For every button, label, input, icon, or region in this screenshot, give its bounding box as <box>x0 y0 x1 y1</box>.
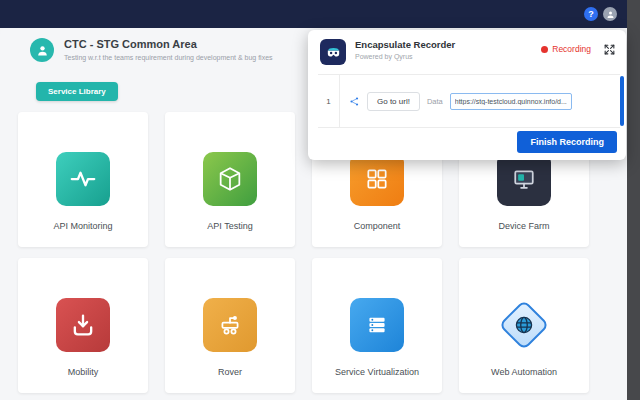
recorder-header: Encapsulate Recorder Powered by Qyrus Re… <box>308 30 626 65</box>
window-edge-strip <box>627 0 640 400</box>
server-icon <box>350 298 404 352</box>
page-subtitle: Testing w.r.t the teams requirement duri… <box>64 54 273 61</box>
service-library-button[interactable]: Service Library <box>36 82 118 101</box>
rover-icon <box>203 298 257 352</box>
card-label: API Monitoring <box>53 221 112 231</box>
recorder-titles: Encapsulate Recorder Powered by Qyrus <box>355 39 541 60</box>
help-icon[interactable]: ? <box>584 7 598 21</box>
monitor-icon <box>497 152 551 206</box>
globe-diamond-icon <box>497 298 551 352</box>
card-rover[interactable]: Rover <box>165 258 295 393</box>
card-label: Device Farm <box>498 221 549 231</box>
step-number: 1 <box>318 75 340 127</box>
recording-status-badge: Recording <box>541 44 591 54</box>
recording-status-label: Recording <box>552 44 591 54</box>
url-input[interactable] <box>450 93 572 110</box>
step-content: Go to url! Data <box>340 75 572 127</box>
pulse-icon <box>56 152 110 206</box>
workspace-avatar-icon <box>30 38 54 62</box>
recording-dot-icon <box>541 46 548 53</box>
download-icon <box>56 298 110 352</box>
card-label: Mobility <box>68 367 99 377</box>
card-api-monitoring[interactable]: API Monitoring <box>18 112 148 247</box>
card-label: Web Automation <box>491 367 557 377</box>
qyrus-logo-icon <box>320 39 346 65</box>
finish-recording-button[interactable]: Finish Recording <box>517 131 617 153</box>
topbar: ? <box>0 0 627 28</box>
data-label: Data <box>427 97 443 106</box>
card-service-virtualization[interactable]: Service Virtualization <box>312 258 442 393</box>
card-label: API Testing <box>207 221 252 231</box>
card-label: Service Virtualization <box>335 367 419 377</box>
page-title: CTC - STG Common Area <box>64 38 273 50</box>
recorder-title: Encapsulate Recorder <box>355 39 541 50</box>
grid-icon <box>350 152 404 206</box>
card-mobility[interactable]: Mobility <box>18 258 148 393</box>
card-api-testing[interactable]: API Testing <box>165 112 295 247</box>
user-avatar-icon[interactable] <box>603 7 617 21</box>
collapse-expand-icon[interactable] <box>603 42 616 60</box>
panel-scrollbar[interactable] <box>620 76 624 126</box>
page-header-text: CTC - STG Common Area Testing w.r.t the … <box>64 38 273 62</box>
page-header: CTC - STG Common Area Testing w.r.t the … <box>30 38 273 62</box>
encapsulate-recorder-panel: Encapsulate Recorder Powered by Qyrus Re… <box>308 30 626 160</box>
recorder-step-row: 1 Go to url! Data <box>318 74 620 128</box>
go-to-url-button[interactable]: Go to url! <box>367 92 420 111</box>
card-label: Rover <box>218 367 242 377</box>
cube-icon <box>203 152 257 206</box>
recorder-powered-by: Powered by Qyrus <box>355 53 541 60</box>
card-web-automation[interactable]: Web Automation <box>459 258 589 393</box>
card-label: Component <box>354 221 401 231</box>
action-share-icon <box>349 96 360 107</box>
screen: ? CTC - STG Common Area Testing w.r.t th… <box>0 0 640 400</box>
